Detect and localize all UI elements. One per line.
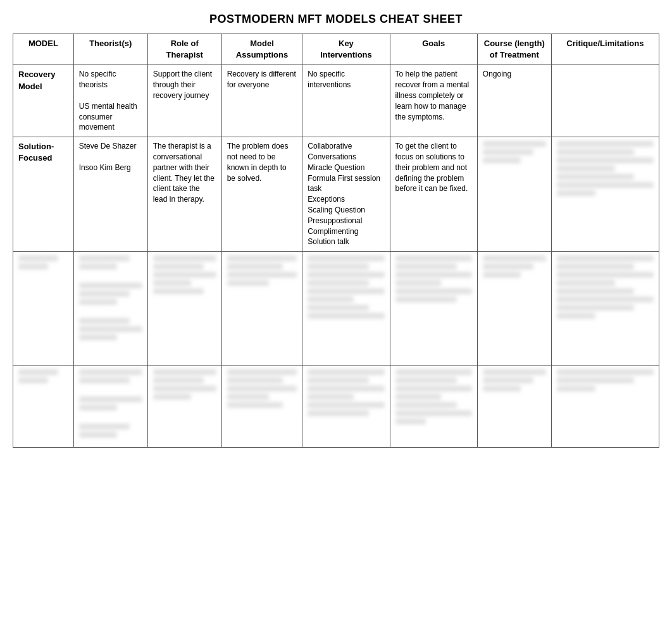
header-goals: Goals [390, 34, 477, 65]
cell-interventions-1: No specific interventions [302, 65, 390, 137]
cell-goals-4 [390, 366, 477, 448]
cell-goals-1: To help the patient recover from a menta… [390, 65, 477, 137]
cell-critique-3 [551, 252, 659, 366]
cell-critique-2 [551, 137, 659, 252]
cell-assumptions-4 [221, 366, 302, 448]
cell-course-2 [477, 137, 551, 252]
page-title: POSTMODERN MFT MODELS CHEAT SHEET [13, 13, 659, 26]
cell-assumptions-3 [221, 252, 302, 366]
cell-model-2: Solution-Focused [13, 137, 74, 252]
cell-theorist-3 [73, 252, 147, 366]
cell-model-3 [13, 252, 74, 366]
cell-critique-1 [551, 65, 659, 137]
cell-assumptions-2: The problem does not need to be known in… [221, 137, 302, 252]
header-critique: Critique/Limitations [551, 34, 659, 65]
cell-role-3 [147, 252, 221, 366]
cell-theorist-1: No specific theorists US mental health c… [73, 65, 147, 137]
cell-role-2: The therapist is a conversational partne… [147, 137, 221, 252]
table-row [13, 366, 659, 448]
header-model: MODEL [13, 34, 74, 65]
cell-course-3 [477, 252, 551, 366]
cheat-sheet-table: MODEL Theorist(s) Role ofTherapist Model… [13, 34, 659, 448]
table-row [13, 252, 659, 366]
cell-interventions-2: Collaborative Conversations Miracle Ques… [302, 137, 390, 252]
cell-theorist-2: Steve De Shazer Insoo Kim Berg [73, 137, 147, 252]
cell-course-4 [477, 366, 551, 448]
table-row: RecoveryModel No specific theorists US m… [13, 65, 659, 137]
header-course: Course (length)of Treatment [477, 34, 551, 65]
header-assumptions: ModelAssumptions [221, 34, 302, 65]
cell-model-4 [13, 366, 74, 448]
cell-model-1: RecoveryModel [13, 65, 74, 137]
cell-role-1: Support the client through their recover… [147, 65, 221, 137]
cell-interventions-4 [302, 366, 390, 448]
cell-interventions-3 [302, 252, 390, 366]
header-role: Role ofTherapist [147, 34, 221, 65]
header-theorist: Theorist(s) [73, 34, 147, 65]
cell-course-1: Ongoing [477, 65, 551, 137]
cell-goals-2: To get the client to focus on solutions … [390, 137, 477, 252]
cell-role-4 [147, 366, 221, 448]
cell-critique-4 [551, 366, 659, 448]
cell-assumptions-1: Recovery is different for everyone [221, 65, 302, 137]
cell-goals-3 [390, 252, 477, 366]
table-row: Solution-Focused Steve De Shazer Insoo K… [13, 137, 659, 252]
cell-theorist-4 [73, 366, 147, 448]
header-interventions: KeyInterventions [302, 34, 390, 65]
